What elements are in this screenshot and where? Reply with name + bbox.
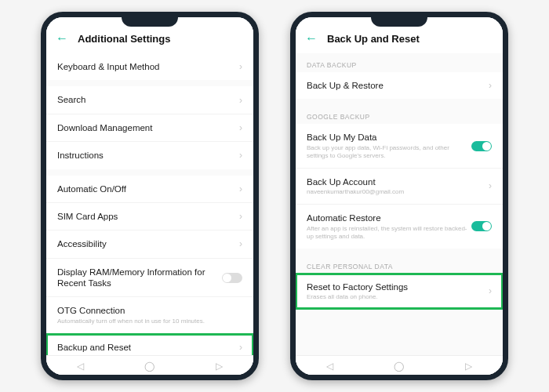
row-label: Search	[57, 94, 235, 105]
chevron-right-icon: ›	[239, 95, 242, 106]
nav-recent-icon[interactable]: ▷	[216, 361, 223, 372]
notch	[122, 16, 178, 27]
nav-recent-icon[interactable]: ▷	[465, 361, 472, 372]
row-label: Instructions	[57, 150, 235, 161]
row-label: Automatic Restore	[307, 212, 471, 223]
row-label: Back Up My Data	[307, 132, 471, 143]
chevron-right-icon: ›	[239, 150, 242, 161]
row-label: Keyboard & Input Method	[57, 61, 235, 72]
page-title: Back Up and Reset	[327, 33, 420, 45]
row-sublabel: Erases all data on phone.	[307, 293, 484, 301]
row-sim[interactable]: SIM Card Apps ›	[46, 203, 253, 230]
toggle-auto-restore[interactable]	[471, 221, 492, 231]
phone-right: ← Back Up and Reset DATA BACKUP Back Up …	[290, 12, 508, 380]
page-title: Additional Settings	[78, 33, 170, 45]
row-label: Backup and Reset	[57, 342, 235, 353]
toggle-ram[interactable]	[222, 273, 242, 283]
content: DATA BACKUP Back Up & Restore › GOOGLE B…	[296, 53, 503, 355]
row-sublabel: naveenkumarthakur00@gmail.com	[307, 188, 484, 196]
navbar: ◁ ◯ ▷	[46, 355, 253, 375]
row-backup-my-data[interactable]: Back Up My Data Back up your app data, W…	[296, 124, 503, 168]
row-label: Back Up & Restore	[307, 80, 484, 91]
content: Keyboard & Input Method › Search › Downl…	[46, 53, 253, 355]
row-label: OTG Connection	[57, 305, 242, 316]
section-clear: CLEAR PERSONAL DATA	[296, 255, 503, 274]
chevron-right-icon: ›	[239, 122, 242, 133]
notch	[371, 16, 427, 27]
row-sublabel: After an app is reinstalled, the system …	[307, 225, 471, 241]
row-download[interactable]: Download Management ›	[46, 114, 253, 142]
chevron-right-icon: ›	[239, 61, 242, 72]
screen-left: ← Additional Settings Keyboard & Input M…	[46, 17, 253, 375]
row-factory-reset[interactable]: Reset to Factory Settings Erases all dat…	[296, 274, 503, 309]
row-instructions[interactable]: Instructions ›	[46, 142, 253, 169]
nav-back-icon[interactable]: ◁	[326, 361, 333, 372]
row-backup-restore[interactable]: Back Up & Restore ›	[296, 72, 503, 99]
row-sublabel: Back up your app data, Wi-Fi passwords, …	[307, 144, 471, 160]
row-label: Reset to Factory Settings	[307, 281, 484, 292]
screen-right: ← Back Up and Reset DATA BACKUP Back Up …	[296, 17, 503, 375]
nav-back-icon[interactable]: ◁	[77, 361, 84, 372]
back-icon[interactable]: ←	[305, 31, 318, 45]
chevron-right-icon: ›	[489, 285, 492, 296]
back-icon[interactable]: ←	[56, 31, 68, 45]
row-backup-reset[interactable]: Backup and Reset ›	[46, 334, 253, 355]
row-label: SIM Card Apps	[57, 211, 235, 222]
row-label: Automatic On/Off	[57, 183, 235, 194]
row-ram[interactable]: Display RAM/Memory Information for Recen…	[46, 259, 253, 298]
toggle-backup-my-data[interactable]	[471, 141, 492, 151]
row-label: Download Management	[57, 122, 235, 133]
section-google-backup: GOOGLE BACKUP	[296, 105, 503, 124]
row-keyboard[interactable]: Keyboard & Input Method ›	[46, 53, 253, 80]
chevron-right-icon: ›	[239, 183, 242, 194]
row-otg[interactable]: OTG Connection Automatically turn off wh…	[46, 297, 253, 333]
row-auto-restore[interactable]: Automatic Restore After an app is reinst…	[296, 205, 503, 248]
phone-left: ← Additional Settings Keyboard & Input M…	[41, 12, 259, 380]
row-label: Accessibility	[57, 238, 235, 249]
nav-home-icon[interactable]: ◯	[144, 361, 155, 372]
row-backup-account[interactable]: Back Up Account naveenkumarthakur00@gmai…	[296, 169, 503, 205]
row-search[interactable]: Search ›	[46, 86, 253, 114]
row-accessibility[interactable]: Accessibility ›	[46, 230, 253, 258]
chevron-right-icon: ›	[239, 238, 242, 249]
row-label: Display RAM/Memory Information for Recen…	[57, 267, 222, 289]
row-auto-onoff[interactable]: Automatic On/Off ›	[46, 176, 253, 203]
chevron-right-icon: ›	[239, 211, 242, 222]
chevron-right-icon: ›	[239, 342, 242, 353]
row-label: Back Up Account	[307, 176, 484, 187]
nav-home-icon[interactable]: ◯	[394, 361, 404, 372]
chevron-right-icon: ›	[489, 180, 492, 191]
section-data-backup: DATA BACKUP	[296, 53, 503, 72]
navbar: ◁ ◯ ▷	[296, 355, 503, 375]
chevron-right-icon: ›	[489, 80, 492, 91]
row-sublabel: Automatically turn off when not in use f…	[57, 318, 242, 325]
